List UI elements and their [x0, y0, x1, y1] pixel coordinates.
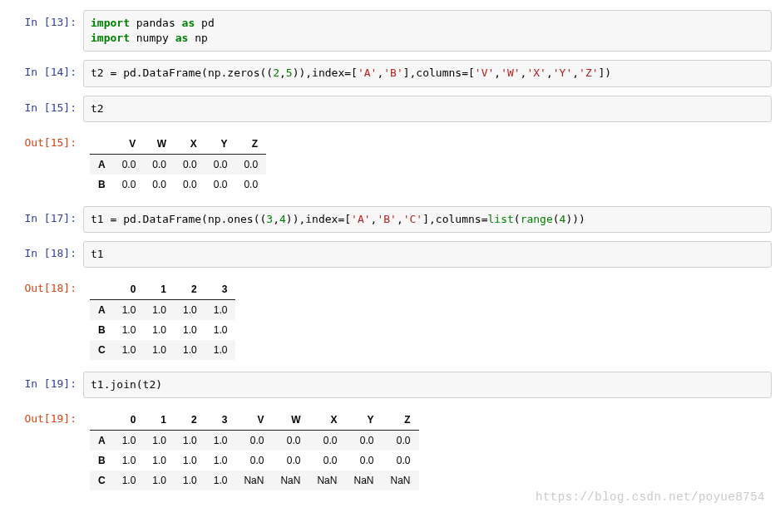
cell-value: 1.0 — [175, 431, 205, 451]
col-header: 0 — [114, 410, 145, 431]
cell-value: 0.0 — [114, 154, 145, 175]
cell-value: 1.0 — [205, 431, 236, 451]
cell-value: 1.0 — [114, 470, 145, 490]
cell-value: 0.0 — [235, 154, 266, 175]
output-area: VWXYZA0.00.00.00.00.0B0.00.00.00.00.0 — [83, 131, 772, 198]
cell-value: 0.0 — [205, 154, 236, 175]
cell-value: 0.0 — [144, 154, 175, 175]
cell-value: 1.0 — [205, 451, 236, 470]
cell-value: 1.0 — [114, 320, 145, 340]
code-input[interactable]: t2 — [83, 96, 772, 122]
row-index: C — [90, 470, 114, 490]
row-index: C — [90, 340, 114, 360]
cell-value: 1.0 — [144, 300, 175, 321]
cell-value: 0.0 — [345, 451, 382, 470]
col-header: W — [272, 410, 309, 431]
cell-value: 0.0 — [175, 175, 205, 195]
col-header: 0 — [114, 279, 145, 300]
col-header: 1 — [144, 410, 175, 431]
table-row: B1.01.01.01.00.00.00.00.00.0 — [90, 451, 419, 470]
output-prompt: Out[19]: — [8, 406, 83, 426]
cell-value: 0.0 — [144, 175, 175, 195]
dataframe-table: 0123A1.01.01.01.0B1.01.01.01.0C1.01.01.0… — [90, 279, 235, 360]
cell-value: 1.0 — [175, 470, 205, 490]
input-prompt: In [14]: — [8, 60, 83, 80]
cell-value: 1.0 — [114, 300, 145, 321]
row-index: A — [90, 300, 114, 321]
col-header: V — [114, 134, 145, 155]
table-row: A1.01.01.01.00.00.00.00.00.0 — [90, 431, 419, 451]
table-row: A1.01.01.01.0 — [90, 300, 235, 321]
output-prompt: Out[15]: — [8, 131, 83, 150]
table-row: C1.01.01.01.0 — [90, 340, 235, 360]
cell-value: 1.0 — [205, 300, 236, 321]
cell-value: NaN — [235, 470, 272, 490]
col-header: Y — [345, 410, 382, 431]
cell-value: 1.0 — [144, 451, 175, 470]
input-prompt: In [13]: — [8, 10, 83, 30]
output-cell: Out[19]:0123VWXYZA1.01.01.01.00.00.00.00… — [8, 406, 772, 494]
table-row: A0.00.00.00.00.0 — [90, 154, 266, 175]
cell-value: 1.0 — [144, 320, 175, 340]
table-row: B1.01.01.01.0 — [90, 320, 235, 340]
cell-value: 1.0 — [205, 470, 236, 490]
table-row: C1.01.01.01.0NaNNaNNaNNaNNaN — [90, 470, 419, 490]
cell-value: 1.0 — [175, 340, 205, 360]
cell-value: 1.0 — [114, 431, 145, 451]
col-header: V — [235, 410, 272, 431]
code-input[interactable]: t1 — [83, 241, 772, 268]
cell-value: 0.0 — [382, 431, 418, 451]
col-header: X — [175, 134, 205, 155]
cell-value: 1.0 — [175, 451, 205, 470]
notebook-root: In [13]:import pandas as pd import numpy… — [8, 10, 772, 494]
cell-value: 0.0 — [114, 175, 145, 195]
col-header: Y — [205, 134, 236, 155]
cell-value: 0.0 — [272, 431, 309, 451]
cell-value: 0.0 — [175, 154, 205, 175]
input-prompt: In [15]: — [8, 96, 83, 116]
cell-value: 1.0 — [205, 340, 236, 360]
col-header: W — [144, 134, 175, 155]
cell-value: 1.0 — [175, 320, 205, 340]
code-input[interactable]: import pandas as pd import numpy as np — [83, 10, 772, 52]
output-prompt: Out[18]: — [8, 276, 83, 296]
cell-value: 0.0 — [309, 451, 345, 470]
input-cell: In [18]:t1 — [8, 241, 772, 268]
input-cell: In [13]:import pandas as pd import numpy… — [8, 10, 772, 52]
input-prompt: In [19]: — [8, 372, 83, 392]
row-index: A — [90, 431, 114, 451]
cell-value: NaN — [345, 470, 382, 490]
input-prompt: In [17]: — [8, 206, 83, 226]
output-area: 0123VWXYZA1.01.01.01.00.00.00.00.00.0B1.… — [83, 406, 772, 494]
output-area: 0123A1.01.01.01.0B1.01.01.01.0C1.01.01.0… — [83, 276, 772, 363]
cell-value: 0.0 — [309, 431, 345, 451]
cell-value: 0.0 — [235, 175, 266, 195]
table-row: B0.00.00.00.00.0 — [90, 175, 266, 195]
cell-value: 0.0 — [205, 175, 236, 195]
col-header: 3 — [205, 279, 236, 300]
cell-value: 0.0 — [272, 451, 309, 470]
row-index: B — [90, 320, 114, 340]
row-index: B — [90, 451, 114, 470]
cell-value: 1.0 — [144, 431, 175, 451]
dataframe-table: 0123VWXYZA1.01.01.01.00.00.00.00.00.0B1.… — [90, 410, 419, 490]
input-cell: In [14]:t2 = pd.DataFrame(np.zeros((2,5)… — [8, 60, 772, 86]
cell-value: 1.0 — [114, 451, 145, 470]
output-cell: Out[15]:VWXYZA0.00.00.00.00.0B0.00.00.00… — [8, 131, 772, 198]
cell-value: 1.0 — [114, 340, 145, 360]
col-header: X — [309, 410, 345, 431]
cell-value: 0.0 — [235, 451, 272, 470]
code-input[interactable]: t2 = pd.DataFrame(np.zeros((2,5)),index=… — [83, 60, 772, 86]
dataframe-table: VWXYZA0.00.00.00.00.0B0.00.00.00.00.0 — [90, 134, 266, 195]
col-header: Z — [235, 134, 266, 155]
cell-value: 1.0 — [205, 320, 236, 340]
col-header: Z — [382, 410, 418, 431]
cell-value: 0.0 — [235, 431, 272, 451]
cell-value: 1.0 — [175, 300, 205, 321]
code-input[interactable]: t1.join(t2) — [83, 372, 772, 398]
cell-value: 0.0 — [382, 451, 418, 470]
output-cell: Out[18]:0123A1.01.01.01.0B1.01.01.01.0C1… — [8, 276, 772, 363]
col-header: 1 — [144, 279, 175, 300]
code-input[interactable]: t1 = pd.DataFrame(np.ones((3,4)),index=[… — [83, 206, 772, 233]
cell-value: 1.0 — [144, 470, 175, 490]
